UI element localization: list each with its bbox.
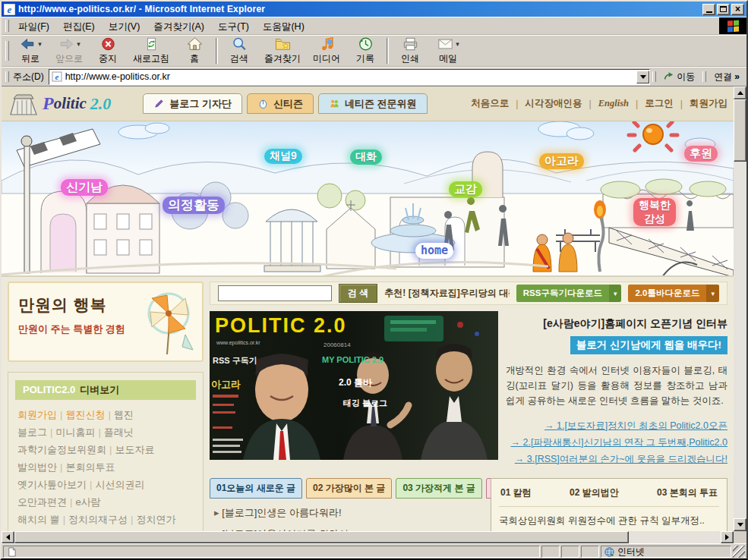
scroll-left-button[interactable] xyxy=(2,531,14,543)
top-link-1[interactable]: 시각장애인용 xyxy=(525,97,582,110)
news-item-1[interactable]: [블로그]인생은 아름다워라! xyxy=(210,499,483,520)
sidebar-link[interactable]: 웹진신청 xyxy=(65,409,105,420)
feature-highlight[interactable]: 블로거 신기남에게 웹을 배우다! xyxy=(570,336,727,354)
menu-item-2[interactable]: 보기(V) xyxy=(102,19,147,34)
sidebar-link[interactable]: 플래닛 xyxy=(104,426,134,438)
header-tab-3[interactable]: 네티즌 전문위원 xyxy=(318,93,428,114)
sidebar-link[interactable]: e사람 xyxy=(75,496,100,508)
header-tab-2[interactable]: 신티즌 xyxy=(247,93,314,114)
toolbar-mail-button[interactable]: ▾메일 xyxy=(429,36,467,65)
toolbar-refresh-button[interactable]: 새로고침 xyxy=(127,36,175,65)
feature-link-1[interactable]: 1.[보도자료]정치인 최초의 Politic2.0오픈 xyxy=(506,418,727,435)
maximize-button[interactable] xyxy=(717,4,730,15)
address-dropdown-button[interactable] xyxy=(636,71,649,83)
search-button[interactable]: 검 색 xyxy=(339,284,377,303)
banner-label-아고라[interactable]: 아고라 xyxy=(539,153,584,169)
banner-label-교감[interactable]: 교감 xyxy=(449,181,482,197)
toolbar-download-button[interactable]: 2.0툴바다운로드 ▾ xyxy=(628,285,719,302)
menu-item-0[interactable]: 파일(F) xyxy=(11,19,56,34)
vertical-scroll-track[interactable] xyxy=(734,99,746,518)
sidebar-link[interactable]: 옛기사톺아보기 xyxy=(17,479,87,490)
board-tab-3[interactable]: 03 본회의 투표 xyxy=(657,486,718,499)
links-button[interactable]: 연결 » xyxy=(709,68,745,85)
feature-link-2[interactable]: 2.[파랑새통신]신기남의 연작 그 두번째,Politic2.0 xyxy=(506,435,727,451)
toolbar-stop-button[interactable]: 중지 xyxy=(89,36,127,65)
toolbar-grip[interactable] xyxy=(5,41,9,61)
chevron-down-icon[interactable]: ▾ xyxy=(38,40,42,48)
close-button[interactable]: × xyxy=(731,4,744,15)
chevron-down-icon[interactable]: ▾ xyxy=(609,285,622,302)
horizontal-scrollbar[interactable] xyxy=(2,531,734,543)
toolbar-media-button[interactable]: 미디어 xyxy=(307,36,346,65)
news-tab-2[interactable]: 02 가장많이 본 글 xyxy=(306,478,392,499)
search-input[interactable] xyxy=(218,285,332,301)
sidebar-link[interactable]: 블로그 xyxy=(17,426,47,438)
sidebar-link[interactable]: 정치의재구성 xyxy=(68,514,128,525)
menu-item-1[interactable]: 편집(E) xyxy=(56,19,102,34)
horizontal-scroll-thumb[interactable] xyxy=(14,531,629,543)
feature-photo[interactable]: POLITIC 2.0 www.epolitics.or.kr 20060814… xyxy=(210,311,498,460)
minimize-button[interactable] xyxy=(702,4,715,15)
sidebar-link[interactable]: 본회의투표 xyxy=(65,461,115,473)
banner-label-행복한감성[interactable]: 행복한 감성 xyxy=(633,198,676,226)
toolbar-home-button[interactable]: 홈 xyxy=(175,36,213,65)
scroll-up-button[interactable] xyxy=(734,87,746,99)
sidebar-link[interactable]: 웹진 xyxy=(114,409,134,420)
banner-label-후원[interactable]: 후원 xyxy=(684,146,718,162)
board-item-1[interactable]: 국회상임위원회 위원정수에 관한 규칙 일부개정.. xyxy=(499,507,719,527)
toolbar-favorites-button[interactable]: 즐겨찾기 xyxy=(258,36,307,65)
banner-label-대화[interactable]: 대화 xyxy=(350,149,382,165)
sidebar-link[interactable]: 오만과편견 xyxy=(17,496,67,508)
sidebar-link[interactable]: 보도자료 xyxy=(115,444,154,455)
menu-item-5[interactable]: 도움말(H) xyxy=(256,19,311,34)
sidebar-link[interactable]: 발의법안 xyxy=(17,461,57,473)
rss-download-button[interactable]: RSS구독기다운로드 ▾ xyxy=(516,285,622,302)
board-tab-1[interactable]: 01 칼럼 xyxy=(500,486,532,499)
promo-banner[interactable]: 만원의 행복 만원이 주는 특별한 경험 xyxy=(8,282,204,362)
sidebar-link[interactable]: 회원가입 xyxy=(17,409,57,420)
go-button[interactable]: 이동 xyxy=(658,68,700,85)
chevron-down-icon[interactable]: ▾ xyxy=(706,285,719,302)
vertical-scroll-thumb[interactable] xyxy=(734,99,746,162)
toolbar-back-button[interactable]: ▾뒤로 xyxy=(11,36,49,65)
banner-label-의정활동[interactable]: 의정활동 xyxy=(163,197,225,214)
news-item-2[interactable]: [블로그]아웃사이더를 위하여 xyxy=(210,520,483,531)
board-tab-2[interactable]: 02 발의법안 xyxy=(570,486,619,499)
banner-label-home[interactable]: home xyxy=(415,243,453,259)
news-tab-3[interactable]: 03 가장적게 본 글 xyxy=(396,478,481,499)
feature-link-3[interactable]: 3.[RSS]여러분의 손가~에 웃음을 드리겠습니다! xyxy=(506,451,727,468)
vertical-scrollbar[interactable] xyxy=(734,87,746,531)
address-input[interactable]: http://www.e-politics.or.kr xyxy=(65,71,637,82)
site-logo[interactable]: Politic2.0 xyxy=(8,92,111,116)
top-link-3[interactable]: 로그인 xyxy=(645,97,674,110)
toolbar-print-button[interactable]: 인쇄 xyxy=(391,36,429,65)
header-tab-1[interactable]: 블로그 기자단 xyxy=(143,93,242,114)
addressbar-grip[interactable] xyxy=(5,71,9,82)
sidebar-link[interactable]: 정치연가 xyxy=(136,514,175,525)
sidebar-link[interactable]: 과학기술정보위원회 xyxy=(17,444,106,455)
sidebar-link[interactable]: 해치의 뿔 xyxy=(17,514,60,525)
horizontal-scroll-track[interactable] xyxy=(14,531,721,543)
toolbar-history-button[interactable]: 기록 xyxy=(346,36,384,65)
news-tab-1[interactable]: 01오늘의 새로운 글 xyxy=(210,478,302,499)
scroll-down-button[interactable] xyxy=(734,518,746,531)
top-link-4[interactable]: 회원가입 xyxy=(690,97,727,110)
scroll-right-button[interactable] xyxy=(721,531,734,543)
top-link-2[interactable]: English xyxy=(598,98,629,109)
menubar-grip[interactable] xyxy=(5,20,9,31)
feature-headline[interactable]: [e사람e야기]홈페이지 오픈기념 인터뷰 xyxy=(506,317,727,331)
chevron-down-icon[interactable]: ▾ xyxy=(77,40,80,48)
resize-grip[interactable] xyxy=(733,546,745,558)
banner-label-채널9[interactable]: 채널9 xyxy=(264,149,302,164)
chevron-down-icon[interactable]: ▾ xyxy=(456,40,459,48)
top-link-0[interactable]: 처음으로 xyxy=(471,97,509,110)
sidebar-link[interactable]: 시선의권리 xyxy=(95,479,144,490)
menu-item-4[interactable]: 도구(T) xyxy=(211,19,256,34)
sidebar-link[interactable]: 미니홈피 xyxy=(55,426,95,438)
magazine-caption-3: 2.0 툴바 xyxy=(339,376,372,389)
banner-label-신기남[interactable]: 신기남 xyxy=(61,179,108,196)
menu-item-3[interactable]: 즐겨찾기(A) xyxy=(147,19,211,34)
toolbar-search-button[interactable]: 검색 xyxy=(220,36,258,65)
address-field[interactable]: e http://www.e-politics.or.kr xyxy=(49,69,651,85)
recommend-text[interactable]: 추천! [정책자료집]우리당의 대통령 후보가 먼저다! xyxy=(384,287,509,300)
